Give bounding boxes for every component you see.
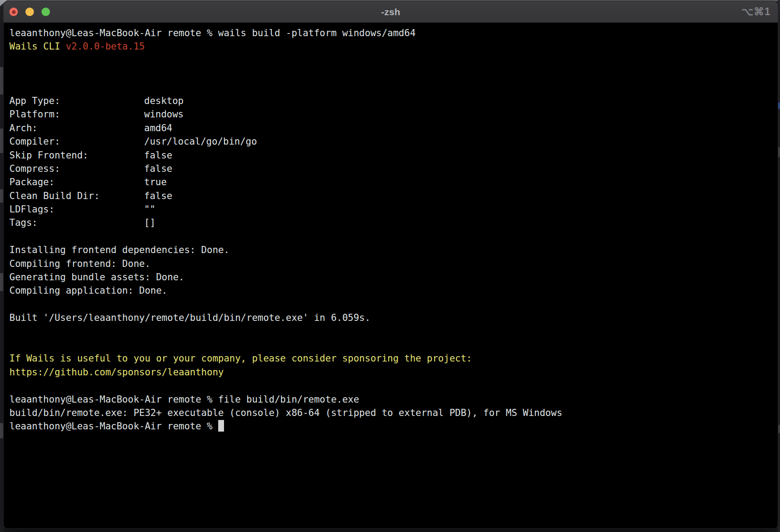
terminal-text-segment: leaanthony@Leas-MacBook-Air remote % fil… — [9, 394, 359, 405]
terminal-window: -zsh ⌥⌘1 leaanthony@Leas-MacBook-Air rem… — [3, 1, 778, 529]
terminal-text-segment: Installing frontend dependencies: Done. — [9, 245, 229, 255]
terminal-kv-label: Compiler: — [9, 135, 144, 148]
desktop-background: -zsh ⌥⌘1 leaanthony@Leas-MacBook-Air rem… — [0, 0, 780, 532]
terminal-kv-value: true — [144, 177, 167, 187]
terminal-line — [9, 54, 778, 67]
window-shortcut-badge: ⌥⌘1 — [742, 1, 771, 22]
terminal-kv-value: false — [144, 163, 172, 174]
terminal-text-segment: Built '/Users/leaanthony/remote/build/bi… — [9, 312, 370, 323]
terminal-line: Platform:windows — [9, 108, 778, 121]
terminal-kv-label: Package: — [9, 175, 144, 189]
terminal-text-segment: Generating bundle assets: Done. — [9, 272, 184, 283]
terminal-text-segment: Compiling frontend: Done. — [9, 258, 150, 269]
close-button[interactable] — [9, 8, 18, 16]
terminal-text-segment: If Wails is useful to you or your compan… — [9, 353, 472, 364]
terminal-kv-value: windows — [144, 109, 184, 120]
zoom-button[interactable] — [41, 8, 50, 16]
terminal-line — [9, 298, 778, 311]
terminal-kv-value: desktop — [144, 96, 184, 106]
terminal-line: Installing frontend dependencies: Done. — [9, 243, 778, 257]
terminal-text-segment: v2.0.0-beta.15 — [66, 41, 145, 52]
terminal-line: Arch:amd64 — [9, 121, 778, 135]
terminal-line — [9, 230, 778, 243]
terminal-kv-label: Tags: — [9, 216, 144, 229]
terminal-line: Skip Frontend:false — [9, 149, 778, 162]
terminal-kv-label: Compress: — [9, 162, 144, 175]
terminal-line — [9, 67, 778, 80]
terminal-text-segment: build/bin/remote.exe: PE32+ executable (… — [9, 407, 562, 418]
close-modified-dot-icon — [12, 10, 16, 14]
terminal-line: Compress:false — [9, 162, 778, 175]
terminal-kv-label: LDFlags: — [9, 203, 144, 216]
terminal-line: leaanthony@Leas-MacBook-Air remote % fil… — [9, 393, 778, 406]
terminal-kv-label: Skip Frontend: — [9, 149, 144, 162]
terminal-line — [9, 325, 778, 338]
terminal-kv-label: Arch: — [9, 121, 144, 135]
terminal-line: Tags:[] — [9, 216, 778, 229]
background-window-fragment — [778, 147, 780, 157]
terminal-line: Clean Build Dir:false — [9, 189, 778, 203]
terminal-kv-value: false — [144, 191, 172, 201]
terminal-line: leaanthony@Leas-MacBook-Air remote % wai… — [9, 26, 778, 40]
terminal-kv-label: Clean Build Dir: — [9, 189, 144, 203]
terminal-kv-label: App Type: — [9, 94, 144, 108]
background-window-fragment — [0, 189, 3, 203]
terminal-screen[interactable]: leaanthony@Leas-MacBook-Air remote % wai… — [4, 23, 778, 529]
terminal-line — [9, 338, 778, 352]
background-window-fragment — [778, 425, 780, 433]
background-window-fragment — [0, 273, 3, 291]
terminal-line: Compiler:/usr/local/go/bin/go — [9, 135, 778, 148]
background-window-fragment — [0, 129, 3, 153]
background-window-fragment — [778, 103, 780, 109]
terminal-line — [9, 81, 778, 94]
terminal-text-segment: Wails CLI — [9, 41, 66, 52]
titlebar[interactable]: -zsh ⌥⌘1 — [4, 1, 778, 23]
terminal-text-segment: https://github.com/sponsors/leaanthony — [9, 367, 224, 378]
terminal-line: Compiling application: Done. — [9, 284, 778, 297]
terminal-kv-value: false — [144, 150, 172, 161]
terminal-line — [9, 379, 778, 392]
minimize-button[interactable] — [25, 8, 34, 16]
terminal-line: LDFlags:"" — [9, 203, 778, 216]
terminal-line: https://github.com/sponsors/leaanthony — [9, 366, 778, 379]
traffic-lights — [9, 1, 50, 22]
terminal-line: Built '/Users/leaanthony/remote/build/bi… — [9, 311, 778, 324]
terminal-kv-value: amd64 — [144, 123, 172, 133]
terminal-line: leaanthony@Leas-MacBook-Air remote % — [9, 420, 778, 433]
terminal-line: Wails CLI v2.0.0-beta.15 — [9, 40, 778, 53]
terminal-cursor — [218, 420, 224, 432]
background-window-fragment — [0, 423, 3, 438]
window-title: -zsh — [4, 7, 778, 17]
terminal-kv-value: [] — [144, 217, 155, 228]
terminal-text-segment: leaanthony@Leas-MacBook-Air remote % — [9, 421, 218, 432]
terminal-kv-label: Platform: — [9, 108, 144, 121]
terminal-line: App Type:desktop — [9, 94, 778, 108]
terminal-kv-value: "" — [144, 204, 155, 215]
terminal-text-segment: Compiling application: Done. — [9, 285, 167, 296]
terminal-line: If Wails is useful to you or your compan… — [9, 352, 778, 365]
background-window-fragment — [0, 67, 3, 95]
terminal-line: Generating bundle assets: Done. — [9, 270, 778, 284]
terminal-line: build/bin/remote.exe: PE32+ executable (… — [9, 406, 778, 420]
terminal-kv-value: /usr/local/go/bin/go — [144, 136, 257, 147]
terminal-text-segment: leaanthony@Leas-MacBook-Air remote % wai… — [9, 28, 415, 38]
terminal-line: Compiling frontend: Done. — [9, 257, 778, 270]
terminal-line: Package:true — [9, 175, 778, 189]
